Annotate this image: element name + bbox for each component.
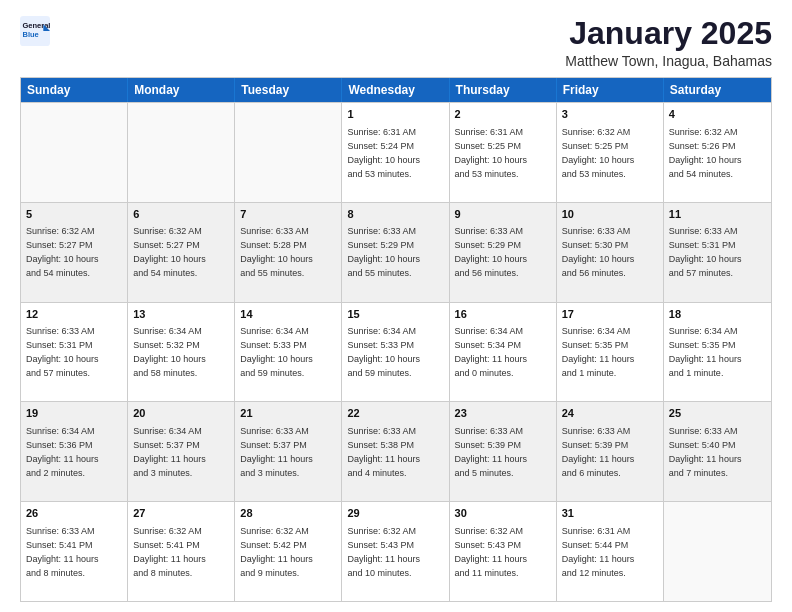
day-number: 2 xyxy=(455,107,551,122)
calendar-row-1: 1Sunrise: 6:31 AM Sunset: 5:24 PM Daylig… xyxy=(21,102,771,202)
cal-cell-3-2: 13Sunrise: 6:34 AM Sunset: 5:32 PM Dayli… xyxy=(128,303,235,402)
day-info: Sunrise: 6:32 AM Sunset: 5:43 PM Dayligh… xyxy=(455,526,528,578)
day-number: 4 xyxy=(669,107,766,122)
day-number: 13 xyxy=(133,307,229,322)
day-number: 12 xyxy=(26,307,122,322)
day-number: 1 xyxy=(347,107,443,122)
day-number: 7 xyxy=(240,207,336,222)
cal-cell-5-4: 29Sunrise: 6:32 AM Sunset: 5:43 PM Dayli… xyxy=(342,502,449,601)
day-info: Sunrise: 6:34 AM Sunset: 5:35 PM Dayligh… xyxy=(669,326,742,378)
day-info: Sunrise: 6:34 AM Sunset: 5:33 PM Dayligh… xyxy=(240,326,313,378)
cal-cell-4-7: 25Sunrise: 6:33 AM Sunset: 5:40 PM Dayli… xyxy=(664,402,771,501)
day-number: 5 xyxy=(26,207,122,222)
day-info: Sunrise: 6:31 AM Sunset: 5:24 PM Dayligh… xyxy=(347,127,420,179)
day-info: Sunrise: 6:33 AM Sunset: 5:29 PM Dayligh… xyxy=(455,226,528,278)
day-number: 30 xyxy=(455,506,551,521)
day-info: Sunrise: 6:33 AM Sunset: 5:40 PM Dayligh… xyxy=(669,426,742,478)
cal-cell-3-5: 16Sunrise: 6:34 AM Sunset: 5:34 PM Dayli… xyxy=(450,303,557,402)
cal-cell-4-1: 19Sunrise: 6:34 AM Sunset: 5:36 PM Dayli… xyxy=(21,402,128,501)
day-info: Sunrise: 6:33 AM Sunset: 5:39 PM Dayligh… xyxy=(455,426,528,478)
day-info: Sunrise: 6:34 AM Sunset: 5:36 PM Dayligh… xyxy=(26,426,99,478)
cal-cell-1-6: 3Sunrise: 6:32 AM Sunset: 5:25 PM Daylig… xyxy=(557,103,664,202)
day-number: 19 xyxy=(26,406,122,421)
day-number: 22 xyxy=(347,406,443,421)
day-number: 20 xyxy=(133,406,229,421)
cal-cell-2-5: 9Sunrise: 6:33 AM Sunset: 5:29 PM Daylig… xyxy=(450,203,557,302)
day-number: 28 xyxy=(240,506,336,521)
day-info: Sunrise: 6:34 AM Sunset: 5:35 PM Dayligh… xyxy=(562,326,635,378)
day-number: 17 xyxy=(562,307,658,322)
cal-cell-1-2 xyxy=(128,103,235,202)
cal-cell-2-3: 7Sunrise: 6:33 AM Sunset: 5:28 PM Daylig… xyxy=(235,203,342,302)
header-day-tuesday: Tuesday xyxy=(235,78,342,102)
header-day-monday: Monday xyxy=(128,78,235,102)
title-block: January 2025 Matthew Town, Inagua, Baham… xyxy=(565,16,772,69)
day-info: Sunrise: 6:34 AM Sunset: 5:34 PM Dayligh… xyxy=(455,326,528,378)
day-info: Sunrise: 6:31 AM Sunset: 5:25 PM Dayligh… xyxy=(455,127,528,179)
calendar: SundayMondayTuesdayWednesdayThursdayFrid… xyxy=(20,77,772,602)
day-info: Sunrise: 6:33 AM Sunset: 5:31 PM Dayligh… xyxy=(669,226,742,278)
header-day-sunday: Sunday xyxy=(21,78,128,102)
calendar-body: 1Sunrise: 6:31 AM Sunset: 5:24 PM Daylig… xyxy=(21,102,771,601)
cal-cell-1-7: 4Sunrise: 6:32 AM Sunset: 5:26 PM Daylig… xyxy=(664,103,771,202)
day-info: Sunrise: 6:33 AM Sunset: 5:39 PM Dayligh… xyxy=(562,426,635,478)
header-day-saturday: Saturday xyxy=(664,78,771,102)
header: General Blue January 2025 Matthew Town, … xyxy=(20,16,772,69)
cal-cell-3-7: 18Sunrise: 6:34 AM Sunset: 5:35 PM Dayli… xyxy=(664,303,771,402)
cal-cell-2-4: 8Sunrise: 6:33 AM Sunset: 5:29 PM Daylig… xyxy=(342,203,449,302)
day-number: 16 xyxy=(455,307,551,322)
day-info: Sunrise: 6:32 AM Sunset: 5:27 PM Dayligh… xyxy=(26,226,99,278)
cal-cell-4-5: 23Sunrise: 6:33 AM Sunset: 5:39 PM Dayli… xyxy=(450,402,557,501)
day-number: 23 xyxy=(455,406,551,421)
day-number: 11 xyxy=(669,207,766,222)
calendar-row-2: 5Sunrise: 6:32 AM Sunset: 5:27 PM Daylig… xyxy=(21,202,771,302)
header-day-wednesday: Wednesday xyxy=(342,78,449,102)
day-number: 9 xyxy=(455,207,551,222)
day-number: 14 xyxy=(240,307,336,322)
day-number: 24 xyxy=(562,406,658,421)
cal-cell-1-4: 1Sunrise: 6:31 AM Sunset: 5:24 PM Daylig… xyxy=(342,103,449,202)
day-number: 3 xyxy=(562,107,658,122)
day-number: 21 xyxy=(240,406,336,421)
calendar-row-3: 12Sunrise: 6:33 AM Sunset: 5:31 PM Dayli… xyxy=(21,302,771,402)
cal-cell-2-7: 11Sunrise: 6:33 AM Sunset: 5:31 PM Dayli… xyxy=(664,203,771,302)
cal-cell-2-6: 10Sunrise: 6:33 AM Sunset: 5:30 PM Dayli… xyxy=(557,203,664,302)
day-info: Sunrise: 6:32 AM Sunset: 5:41 PM Dayligh… xyxy=(133,526,206,578)
day-number: 18 xyxy=(669,307,766,322)
day-info: Sunrise: 6:33 AM Sunset: 5:41 PM Dayligh… xyxy=(26,526,99,578)
day-number: 25 xyxy=(669,406,766,421)
day-info: Sunrise: 6:34 AM Sunset: 5:32 PM Dayligh… xyxy=(133,326,206,378)
logo: General Blue xyxy=(20,16,50,46)
cal-cell-3-1: 12Sunrise: 6:33 AM Sunset: 5:31 PM Dayli… xyxy=(21,303,128,402)
calendar-row-4: 19Sunrise: 6:34 AM Sunset: 5:36 PM Dayli… xyxy=(21,401,771,501)
cal-cell-4-6: 24Sunrise: 6:33 AM Sunset: 5:39 PM Dayli… xyxy=(557,402,664,501)
cal-cell-5-7 xyxy=(664,502,771,601)
day-number: 29 xyxy=(347,506,443,521)
day-info: Sunrise: 6:32 AM Sunset: 5:25 PM Dayligh… xyxy=(562,127,635,179)
day-info: Sunrise: 6:34 AM Sunset: 5:37 PM Dayligh… xyxy=(133,426,206,478)
cal-cell-3-3: 14Sunrise: 6:34 AM Sunset: 5:33 PM Dayli… xyxy=(235,303,342,402)
day-info: Sunrise: 6:33 AM Sunset: 5:37 PM Dayligh… xyxy=(240,426,313,478)
cal-cell-1-1 xyxy=(21,103,128,202)
header-day-friday: Friday xyxy=(557,78,664,102)
cal-cell-4-3: 21Sunrise: 6:33 AM Sunset: 5:37 PM Dayli… xyxy=(235,402,342,501)
cal-cell-5-6: 31Sunrise: 6:31 AM Sunset: 5:44 PM Dayli… xyxy=(557,502,664,601)
day-info: Sunrise: 6:33 AM Sunset: 5:31 PM Dayligh… xyxy=(26,326,99,378)
header-day-thursday: Thursday xyxy=(450,78,557,102)
calendar-row-5: 26Sunrise: 6:33 AM Sunset: 5:41 PM Dayli… xyxy=(21,501,771,601)
day-number: 27 xyxy=(133,506,229,521)
day-info: Sunrise: 6:31 AM Sunset: 5:44 PM Dayligh… xyxy=(562,526,635,578)
cal-cell-3-6: 17Sunrise: 6:34 AM Sunset: 5:35 PM Dayli… xyxy=(557,303,664,402)
cal-cell-5-3: 28Sunrise: 6:32 AM Sunset: 5:42 PM Dayli… xyxy=(235,502,342,601)
day-number: 10 xyxy=(562,207,658,222)
cal-cell-3-4: 15Sunrise: 6:34 AM Sunset: 5:33 PM Dayli… xyxy=(342,303,449,402)
logo-icon: General Blue xyxy=(20,16,50,46)
calendar-subtitle: Matthew Town, Inagua, Bahamas xyxy=(565,53,772,69)
calendar-header: SundayMondayTuesdayWednesdayThursdayFrid… xyxy=(21,78,771,102)
cal-cell-2-1: 5Sunrise: 6:32 AM Sunset: 5:27 PM Daylig… xyxy=(21,203,128,302)
cal-cell-5-1: 26Sunrise: 6:33 AM Sunset: 5:41 PM Dayli… xyxy=(21,502,128,601)
cal-cell-4-4: 22Sunrise: 6:33 AM Sunset: 5:38 PM Dayli… xyxy=(342,402,449,501)
day-number: 6 xyxy=(133,207,229,222)
day-info: Sunrise: 6:33 AM Sunset: 5:28 PM Dayligh… xyxy=(240,226,313,278)
day-info: Sunrise: 6:34 AM Sunset: 5:33 PM Dayligh… xyxy=(347,326,420,378)
